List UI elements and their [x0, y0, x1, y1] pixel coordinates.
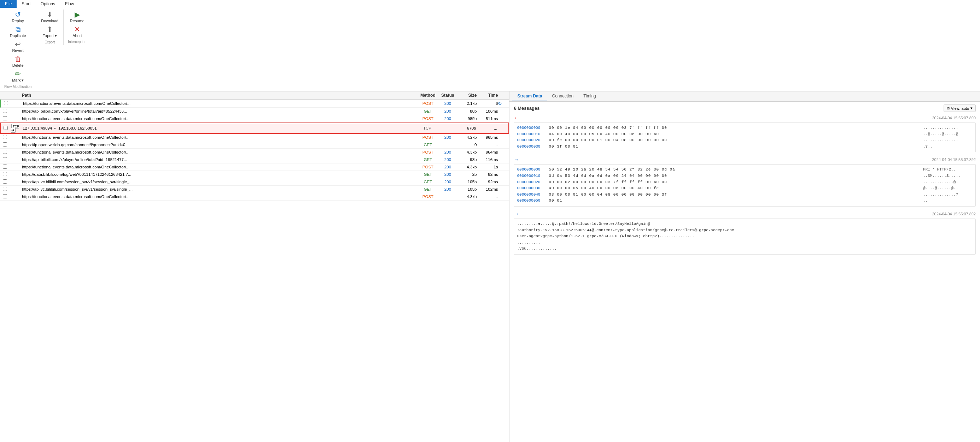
- tab-timing[interactable]: Timing: [578, 92, 601, 101]
- row-checkbox[interactable]: [3, 172, 9, 177]
- col-header-time: Time: [477, 93, 498, 98]
- table-row[interactable]: https://functional.events.data.microsoft…: [0, 100, 509, 108]
- hex-bytes: 50 52 49 20 2a 20 48 54 54 50 2f 32 2e 3…: [549, 166, 920, 173]
- row-checkbox[interactable]: [4, 101, 10, 106]
- row-path: https://functional.events.data.microsoft…: [23, 101, 417, 106]
- table-row[interactable]: https://functional.events.data.microsoft…: [0, 193, 509, 201]
- toolbar-group-interception: ▶ Resume ✕ Abort Interception: [64, 10, 91, 44]
- table-row[interactable]: https://api.vc.bilibili.com/session_svr/…: [0, 178, 509, 186]
- abort-icon: ✕: [74, 26, 80, 33]
- table-row[interactable]: https://functional.events.data.microsoft…: [0, 149, 509, 156]
- row-checkbox[interactable]: [3, 109, 9, 114]
- row-path: https://api.vc.bilibili.com/session_svr/…: [22, 187, 417, 191]
- row-time: 82ms: [477, 172, 498, 176]
- row-method: GET: [417, 143, 438, 147]
- hex-ascii: .............@.: [923, 179, 972, 186]
- table-row[interactable]: https://data.bilibili.com/log/web?001114…: [0, 171, 509, 178]
- message-meta: → 2024-04-04 15:55:07.892: [514, 157, 976, 163]
- tab-stream-data[interactable]: Stream Data: [512, 92, 547, 101]
- row-checkbox[interactable]: [3, 142, 9, 147]
- menu-file[interactable]: File: [0, 0, 17, 8]
- row-time: 106ms: [477, 109, 498, 113]
- row-checkbox[interactable]: [3, 157, 9, 162]
- mark-button[interactable]: ✏ Mark ▾: [2, 69, 34, 84]
- replay-label: Replay: [12, 19, 24, 23]
- view-button[interactable]: ⧉ View: auto ▾: [943, 105, 976, 112]
- row-size: 2b: [457, 172, 477, 176]
- row-time: 965ms: [477, 135, 498, 139]
- delete-label: Delete: [13, 63, 24, 67]
- chevron-down-icon: ▾: [970, 106, 972, 111]
- download-icon: ⬇: [47, 11, 52, 18]
- row-checkbox[interactable]: [3, 165, 9, 170]
- menu-options[interactable]: Options: [36, 0, 60, 8]
- reload-icon[interactable]: ↻: [498, 101, 506, 106]
- row-time: 1s: [477, 165, 498, 169]
- toolbar-row-interception: ▶ Resume ✕ Abort: [65, 10, 89, 39]
- table-row[interactable]: https://api.bilibili.com/x/player/online…: [0, 156, 509, 163]
- hex-row: 0000000020 00 fe 03 00 00 00 01 00 04 08…: [517, 137, 972, 144]
- message-block: ← 2024-04-04 15:55:07.890 0000000000 00 …: [514, 115, 976, 152]
- row-time: 92ms: [477, 180, 498, 184]
- hex-row: 0000000040 03 00 00 01 00 00 04 08 00 00…: [517, 192, 972, 198]
- row-path: https://api.bilibili.com/x/player/online…: [22, 157, 417, 162]
- revert-button[interactable]: ↩ Revert: [2, 39, 34, 54]
- row-method: TCP: [417, 126, 438, 130]
- table-row[interactable]: https://lp.open.weixin.qq.com/connect/l/…: [0, 141, 509, 149]
- menu-flow[interactable]: Flow: [60, 0, 79, 8]
- row-checkbox[interactable]: [3, 116, 9, 121]
- delete-button[interactable]: 🗑 Delete: [2, 54, 34, 69]
- row-size: 989b: [457, 117, 477, 121]
- message-meta: → 2024-04-04 15:55:07.892: [514, 211, 976, 217]
- row-size: 88b: [457, 109, 477, 113]
- row-checkbox[interactable]: [3, 179, 9, 184]
- hex-offset: 0000000020: [517, 137, 546, 144]
- row-status: 200: [438, 180, 457, 184]
- row-checkbox[interactable]: [3, 126, 10, 131]
- hex-offset: 0000000030: [517, 185, 546, 192]
- row-checkbox[interactable]: [3, 194, 9, 199]
- row-status: 200: [438, 165, 457, 169]
- tab-connection[interactable]: Connection: [547, 92, 578, 101]
- table-row[interactable]: https://api.vc.bilibili.com/session_svr/…: [0, 186, 509, 193]
- row-checkbox[interactable]: [3, 187, 9, 192]
- hex-ascii: ..@.....@.....@: [923, 131, 972, 138]
- delete-icon: 🗑: [14, 55, 22, 62]
- export-button[interactable]: ⬆ Export ▾: [38, 24, 62, 40]
- table-row[interactable]: https://functional.events.data.microsoft…: [0, 134, 509, 141]
- download-button[interactable]: ⬇ Download: [38, 10, 62, 24]
- flow-list-header: Path Method Status Size Time: [0, 92, 509, 100]
- hex-bytes: 00 01: [549, 198, 920, 204]
- resume-button[interactable]: ▶ Resume: [65, 10, 89, 24]
- row-path: https://functional.events.data.microsoft…: [22, 150, 417, 154]
- menu-start[interactable]: Start: [17, 0, 35, 8]
- replay-icon: ↺: [15, 11, 21, 18]
- hex-row: 0000000050 00 01 ..: [517, 198, 972, 204]
- row-status: 200: [438, 157, 457, 162]
- duplicate-button[interactable]: ⧉ Duplicate: [2, 24, 34, 39]
- mark-icon: ✏: [15, 70, 21, 77]
- right-panel: Stream Data Connection Timing 6 Messages…: [509, 92, 980, 442]
- hex-row: 0000000010 0d 0a 53 4d 0d 0a 0d 0a 00 24…: [517, 173, 972, 179]
- table-row-selected[interactable]: TCP⇄ 127.0.0.1:49894 ↔ 192.168.8.162:500…: [0, 122, 509, 134]
- hex-ascii: .?..: [923, 144, 972, 150]
- col-header-method: Method: [417, 93, 438, 98]
- row-path: https://data.bilibili.com/log/web?001114…: [22, 172, 417, 176]
- table-row[interactable]: https://functional.events.data.microsoft…: [0, 115, 509, 122]
- row-path: https://functional.events.data.microsoft…: [22, 117, 417, 121]
- abort-button[interactable]: ✕ Abort: [65, 24, 89, 39]
- row-path: https://api.vc.bilibili.com/session_svr/…: [22, 180, 417, 184]
- col-header-status: Status: [438, 93, 457, 98]
- row-checkbox[interactable]: [3, 150, 9, 155]
- table-row[interactable]: https://functional.events.data.microsoft…: [0, 163, 509, 171]
- table-row[interactable]: https://api.bilibili.com/x/player/online…: [0, 108, 509, 115]
- replay-button[interactable]: ↺ Replay: [2, 10, 34, 24]
- row-status: 200: [438, 117, 457, 121]
- row-size: 4.3kb: [457, 150, 477, 154]
- row-checkbox[interactable]: [3, 135, 9, 140]
- revert-label: Revert: [12, 48, 23, 52]
- row-time: 102ms: [477, 187, 498, 191]
- row-status: 200: [438, 187, 457, 191]
- row-size: 670b: [456, 126, 476, 130]
- row-size: 105b: [457, 187, 477, 191]
